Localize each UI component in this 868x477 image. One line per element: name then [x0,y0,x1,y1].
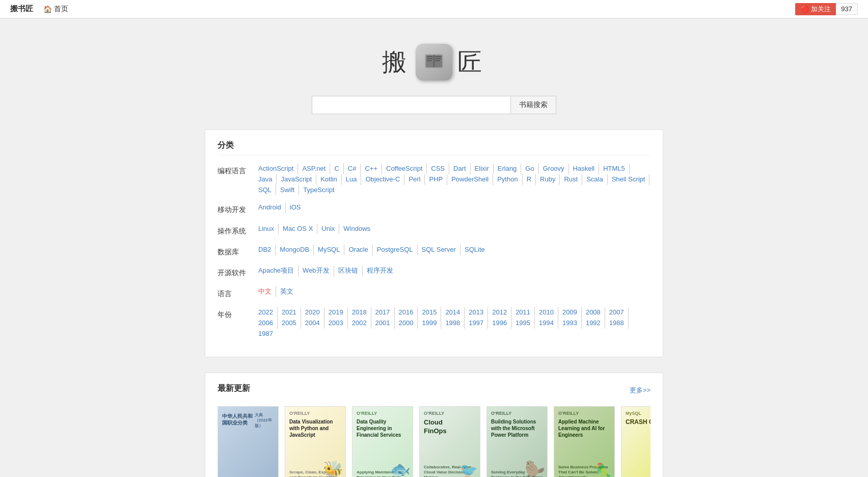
year-2022[interactable]: 2022 [254,307,278,318]
year-2002[interactable]: 2002 [348,318,371,329]
year-2014[interactable]: 2014 [441,307,465,318]
year-2000[interactable]: 2000 [395,318,418,329]
lang-haskell[interactable]: Haskell [569,164,600,174]
db-sqlserver[interactable]: SQL Server [418,245,460,255]
year-2013[interactable]: 2013 [465,307,488,318]
lang-java[interactable]: Java [254,174,277,185]
book-item-3[interactable]: O'REILLY CloudFinOps Collaborative, Real… [419,406,480,477]
book-item-0[interactable]: 中华人民共和国职业分类大典（2022年版） 中文书籍 [218,406,279,477]
year-2017[interactable]: 2017 [371,307,395,318]
book-item-1[interactable]: O'REILLY Data Visualization with Python … [285,406,346,477]
lang-python[interactable]: Python [493,174,522,185]
lang-groovy[interactable]: Groovy [539,164,569,174]
year-2005[interactable]: 2005 [278,318,301,329]
os-apache[interactable]: Apache项目 [254,266,299,276]
year-2001[interactable]: 2001 [371,318,395,329]
book-item-4[interactable]: O'REILLY Building Solutions with the Mic… [486,406,548,477]
lang-swift[interactable]: Swift [276,185,299,196]
db-oracle[interactable]: Oracle [344,245,372,255]
year-2016[interactable]: 2016 [395,307,418,318]
search-input[interactable] [312,96,510,114]
year-1998[interactable]: 1998 [441,318,465,329]
lang-cpp[interactable]: C++ [361,164,382,174]
lang-elixir[interactable]: Elixir [471,164,494,174]
book-item-5[interactable]: O'REILLY Applied Machine Learning and AI… [554,406,615,477]
year-1988[interactable]: 1988 [605,318,629,329]
db-db2[interactable]: DB2 [254,245,276,255]
year-1992[interactable]: 1992 [582,318,605,329]
lang-kotlin[interactable]: Kotlin [316,174,342,185]
year-2009[interactable]: 2009 [558,307,582,318]
lang-c[interactable]: C [330,164,343,174]
db-mongodb[interactable]: MongoDB [276,245,314,255]
year-2003[interactable]: 2003 [324,318,348,329]
os-macosx[interactable]: Mac OS X [279,224,317,234]
lang-javascript[interactable]: JavaScript [277,174,316,185]
lang-english[interactable]: 英文 [276,286,297,297]
lang-lua[interactable]: Lua [342,174,362,185]
lang-chinese[interactable]: 中文 [254,286,276,297]
year-1995[interactable]: 1995 [511,318,535,329]
lang-php[interactable]: PHP [425,174,447,185]
year-1997[interactable]: 1997 [465,318,488,329]
year-1994[interactable]: 1994 [535,318,558,329]
year-2018[interactable]: 2018 [348,307,371,318]
year-1996[interactable]: 1996 [488,318,511,329]
year-2006[interactable]: 2006 [254,318,278,329]
year-2021[interactable]: 2021 [278,307,301,318]
lang-coffeescript[interactable]: CoffeeScript [382,164,427,174]
lang-actionscript[interactable]: ActionScript [254,164,298,174]
year-2012[interactable]: 2012 [488,307,511,318]
year-2004[interactable]: 2004 [301,318,324,329]
lang-powdershell[interactable]: PowderShell [447,174,493,185]
lang-ruby[interactable]: Ruby [536,174,560,185]
year-2011[interactable]: 2011 [511,307,535,318]
os-progdev[interactable]: 程序开发 [363,266,397,276]
db-postgresql[interactable]: PostgreSQL [373,245,418,255]
year-1999[interactable]: 1999 [418,318,441,329]
book-item-6[interactable]: MySQL CRASH COURSE 🐟 MySQL Crash Course [621,406,650,477]
lang-css[interactable]: CSS [427,164,449,174]
lang-sql[interactable]: SQL [254,185,276,196]
year-2019[interactable]: 2019 [324,307,348,318]
lang-scala[interactable]: Scala [582,174,608,185]
year-2008[interactable]: 2008 [582,307,605,318]
year-2007[interactable]: 2007 [605,307,629,318]
lang-typescript[interactable]: TypeScript [299,185,338,196]
os-unix[interactable]: Unix [317,224,339,234]
home-link[interactable]: 🏠 首页 [43,5,68,14]
book-cover-5: O'REILLY Applied Machine Learning and AI… [554,406,615,477]
os-blockchain[interactable]: 区块链 [334,266,363,276]
year-1987[interactable]: 1987 [254,329,277,339]
lang-html5[interactable]: HTML5 [599,164,630,174]
lang-aspnet[interactable]: ASP.net [298,164,330,174]
os-webdev[interactable]: Web开发 [299,266,334,276]
year-2010[interactable]: 2010 [535,307,558,318]
lang-rust[interactable]: Rust [560,174,582,185]
search-button[interactable]: 书籍搜索 [510,96,556,114]
lang-objectivec[interactable]: Objective-C [361,174,404,185]
db-mysql[interactable]: MySQL [314,245,344,255]
os-windows[interactable]: Windows [339,224,374,234]
lang-r[interactable]: R [523,174,536,185]
mobile-ios[interactable]: iOS [286,202,305,213]
os-linux[interactable]: Linux [254,224,279,234]
lang-dart[interactable]: Dart [449,164,471,174]
lang-erlang[interactable]: Erlang [494,164,522,174]
book-main-title-3: CloudFinOps [424,416,476,464]
cat-row-opensource: 开源软件 Apache项目 Web开发 区块链 程序开发 [218,266,650,279]
year-2020[interactable]: 2020 [301,307,324,318]
db-sqlite[interactable]: SQLite [460,245,489,255]
year-2015[interactable]: 2015 [418,307,441,318]
lang-perl[interactable]: Perl [404,174,425,185]
lang-csharp[interactable]: C# [344,164,361,174]
mobile-android[interactable]: Android [254,202,286,213]
more-link[interactable]: 更多>> [630,386,650,395]
year-1993[interactable]: 1993 [558,318,582,329]
lang-go[interactable]: Go [521,164,538,174]
latest-section: 最新更新 更多>> 中华人民共和国职业分类大典（2022年版） 中文书籍 [205,373,663,477]
cat-links-programming: ActionScript ASP.net C C# C++ CoffeeScri… [254,164,650,195]
lang-shellscript[interactable]: Shell Script [608,174,650,185]
book-item-2[interactable]: O'REILLY Data Quality Engineering in Fin… [352,406,413,477]
follow-button[interactable]: 🔴 加关注 [795,3,836,15]
